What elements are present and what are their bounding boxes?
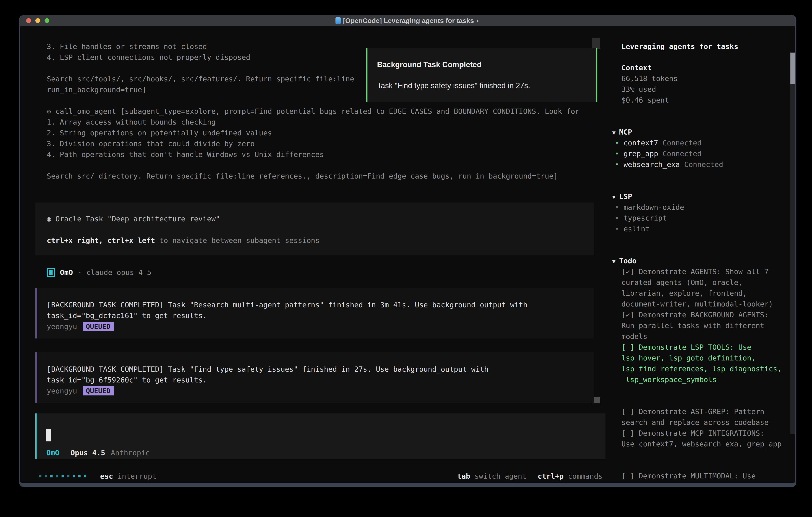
tool-call-line: ⚙ call_omo_agent [subagent_type=explore,… — [20, 106, 605, 117]
hint-shortcut: ctrl+x right, ctrl+x left — [47, 236, 155, 245]
traffic-lights — [26, 18, 49, 23]
activity-spinner-dots — [39, 475, 86, 478]
terminal-content: Background Task Completed Task "Find typ… — [20, 26, 795, 483]
agent-session-header: OmO · claude-opus-4-5 — [20, 267, 605, 278]
model-selector-row[interactable]: OmO Opus 4.5 Anthropic — [46, 448, 150, 457]
background-task-toast: Background Task Completed Task "Find typ… — [366, 48, 597, 102]
esc-key-hint: esc — [100, 472, 113, 480]
status-dot-icon: • — [615, 203, 619, 211]
mcp-server-row: •websearch_exaConnected — [609, 159, 796, 170]
todo-section-header[interactable]: ▼Todo — [609, 255, 796, 266]
mcp-section-header[interactable]: ▼MCP — [609, 127, 796, 138]
prompt-input[interactable]: OmO Opus 4.5 Anthropic — [35, 413, 605, 459]
status-dot-icon: • — [615, 160, 619, 168]
chevron-down-icon: ▼ — [612, 194, 616, 200]
text-cursor — [46, 429, 51, 441]
chevron-down-icon: ▼ — [612, 258, 616, 265]
background-task-message: [BACKGROUND TASK COMPLETED] Task "Resear… — [35, 288, 593, 338]
text-line: Run parallel tasks with different — [609, 320, 796, 331]
hint-text: to navigate between subagent sessions — [155, 236, 320, 245]
text-line: curated agents (OmO, oracle, — [609, 277, 796, 288]
text-line: [ ] Demonstrate AST-GREP: Pattern — [609, 406, 796, 417]
tool-call-head: call_omo_agent [subagent_type=explore, p… — [55, 107, 579, 115]
chat-transcript: 3. File handles or streams not closed4. … — [20, 41, 605, 482]
message-byline: yeongyu QUEUED — [47, 321, 593, 332]
tab-key-hint: tab — [457, 472, 470, 480]
subagent-nav-hint: ctrl+x right, ctrl+x left to navigate be… — [47, 235, 593, 246]
todo-item-pending: [ ] Demonstrate AST-GREP: Patternsearch … — [609, 406, 796, 428]
status-dot-icon: • — [615, 225, 619, 233]
text-line: Use context7, websearch_exa, grep_app — [609, 439, 796, 450]
opencode-terminal-window: [OpenCode] Leveraging agents for tasks ◐… — [19, 15, 796, 487]
session-title: Leveraging agents for tasks — [609, 41, 796, 52]
text-line: [✓] Demonstrate BACKGROUND AGENTS: — [609, 309, 796, 320]
text-line: lsp_hover, lsp_goto_definition, — [609, 353, 796, 363]
text-line: [ ] Demonstrate LSP TOOLS: Use — [609, 342, 796, 353]
toast-title: Background Task Completed — [377, 60, 596, 69]
tab-key-label: switch agent — [474, 472, 526, 480]
text-line: lsp_workspace_symbols — [609, 374, 796, 385]
toast-body: Task "Find type safety issues" finished … — [377, 81, 596, 90]
omo-agent-icon — [47, 268, 55, 277]
text-line: document-writer, multimodal-looker) — [609, 299, 796, 309]
window-title: [OpenCode] Leveraging agents for tasks ◐ — [336, 17, 480, 25]
close-window-button[interactable] — [26, 18, 31, 23]
window-title-text: [OpenCode] Leveraging agents for tasks — [343, 17, 474, 25]
message-line: task_id="bg_6f59260c" to get results. — [47, 375, 593, 385]
context-tokens: 66,518 tokens — [609, 73, 796, 84]
message-author: yeongyu — [47, 323, 77, 331]
minimize-window-button[interactable] — [35, 18, 40, 23]
todo-item-done: [✓] Demonstrate BACKGROUND AGENTS:Run pa… — [609, 309, 796, 342]
active-model-label: Opus 4.5 — [70, 448, 105, 457]
queued-status-badge: QUEUED — [83, 322, 114, 331]
todo-item-done: [✓] Demonstrate AGENTS: Show all 7curate… — [609, 266, 796, 309]
status-dot-icon: • — [615, 214, 619, 222]
document-icon — [336, 18, 341, 24]
tool-call-items: 1. Array access without bounds checking2… — [20, 117, 605, 160]
status-bar: esc interrupt tab switch agent ctrl+p co… — [20, 471, 605, 482]
lsp-section-header[interactable]: ▼LSP — [609, 191, 796, 202]
lsp-server-row: •eslint — [609, 223, 796, 234]
text-line: librarian, explore, frontend, — [609, 288, 796, 299]
text-line: models — [609, 331, 796, 342]
tool-call-tail: Search src/ directory. Return specific f… — [20, 171, 605, 182]
message-line: [BACKGROUND TASK COMPLETED] Task "Find t… — [47, 364, 593, 375]
ctrlp-key-hint: ctrl+p — [538, 472, 563, 480]
status-dot-icon: • — [615, 139, 619, 147]
chevron-down-icon: ▼ — [612, 129, 616, 136]
text-line: 2. String operations on potentially unde… — [20, 128, 605, 138]
todo-item-pending: [ ] Demonstrate MCP INTEGRATIONS:Use con… — [609, 428, 796, 450]
lsp-server-row: •markdown-oxide — [609, 202, 796, 213]
status-dot-icon: • — [615, 149, 619, 158]
session-sidebar: Leveraging agents for tasks Context 66,5… — [609, 41, 796, 487]
text-line: 3. Division operations that could divide… — [20, 138, 605, 149]
text-line: [✓] Demonstrate AGENTS: Show all 7 — [609, 266, 796, 277]
sidebar-scrollbar-track[interactable] — [790, 52, 795, 434]
window-titlebar: [OpenCode] Leveraging agents for tasks ◐ — [20, 15, 795, 26]
text-line: [ ] Demonstrate MULTIMODAL: Use — [609, 471, 796, 482]
context-used: 33% used — [609, 84, 796, 95]
message-line: [BACKGROUND TASK COMPLETED] Task "Resear… — [47, 299, 593, 310]
session-moon-icon: ◐ — [476, 17, 480, 24]
oracle-task-panel: ◉ Oracle Task "Deep architecture review"… — [35, 202, 593, 255]
ctrlp-key-label: commands — [568, 472, 603, 480]
gear-icon: ⚙ — [47, 107, 51, 115]
sidebar-scrollbar-thumb[interactable] — [790, 53, 795, 84]
text-line: search and replace across codebase — [609, 417, 796, 428]
model-provider-label: Anthropic — [111, 448, 150, 457]
esc-key-label: interrupt — [117, 472, 156, 480]
text-line: 4. Path operations that don't handle Win… — [20, 149, 605, 160]
zoom-window-button[interactable] — [45, 18, 49, 23]
oracle-task-title: ◉ Oracle Task "Deep architecture review" — [47, 214, 593, 224]
context-heading: Context — [609, 62, 796, 73]
context-spent: $0.46 spent — [609, 95, 796, 106]
message-line: task_id="bg_dcfac161" to get results. — [47, 310, 593, 321]
message-author: yeongyu — [47, 387, 77, 395]
mcp-server-row: •grep_appConnected — [609, 148, 796, 159]
mcp-server-row: •context7Connected — [609, 138, 796, 148]
active-agent-label: OmO — [46, 448, 59, 457]
agent-model: · claude-opus-4-5 — [78, 267, 151, 278]
message-byline: yeongyu QUEUED — [47, 385, 593, 396]
background-task-message: [BACKGROUND TASK COMPLETED] Task "Find t… — [35, 352, 593, 403]
lsp-server-row: •typescript — [609, 213, 796, 223]
